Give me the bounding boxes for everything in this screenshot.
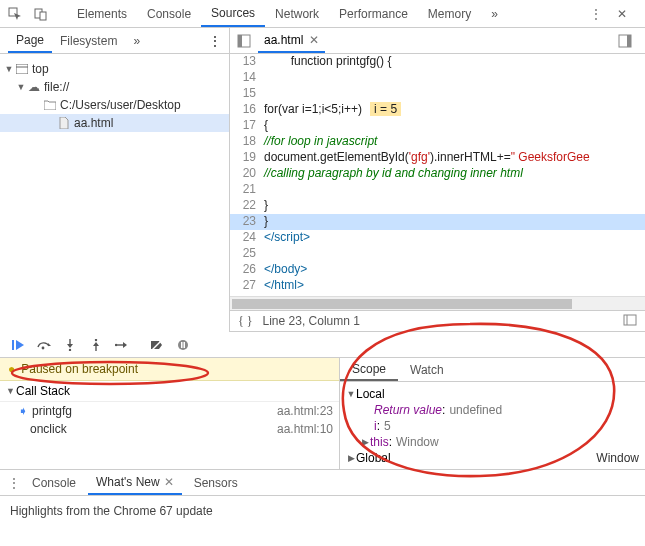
- code-line-17[interactable]: 17{: [230, 118, 645, 134]
- callstack-frame-0[interactable]: ➧printgfgaa.html:23: [0, 402, 339, 420]
- scope-this[interactable]: ▶this:Window: [346, 434, 639, 450]
- kebab-menu-icon[interactable]: ⋮: [8, 476, 20, 490]
- gutter[interactable]: 13: [230, 54, 264, 70]
- line-content: for(var i=1;i<5;i++)i = 5: [264, 102, 645, 118]
- deactivate-breakpoints-icon[interactable]: [147, 336, 167, 354]
- code-editor[interactable]: 13 function printgfg() {141516for(var i=…: [230, 54, 645, 332]
- svg-rect-4: [238, 35, 242, 47]
- tab-watch[interactable]: Watch: [398, 358, 456, 381]
- code-line-23[interactable]: 23}: [230, 214, 645, 230]
- device-toggle-icon[interactable]: [32, 5, 50, 23]
- line-content: document.getElementById('gfg').innerHTML…: [264, 150, 645, 166]
- inline-value-chip: i = 5: [370, 102, 401, 116]
- editor-status-bar: { } Line 23, Column 1: [230, 310, 645, 332]
- step-icon[interactable]: [112, 336, 132, 354]
- code-line-14[interactable]: 14: [230, 70, 645, 86]
- coverage-icon[interactable]: [623, 314, 637, 329]
- kebab-menu-icon[interactable]: ⋮: [209, 34, 221, 48]
- gutter[interactable]: 25: [230, 246, 264, 262]
- gutter[interactable]: 20: [230, 166, 264, 182]
- close-icon[interactable]: ✕: [309, 33, 319, 47]
- scope-return: Return value:undefined: [346, 402, 639, 418]
- scope-global[interactable]: ▶GlobalWindow: [346, 450, 639, 466]
- code-line-15[interactable]: 15: [230, 86, 645, 102]
- kebab-menu-icon[interactable]: ⋮: [587, 5, 605, 23]
- callstack-frame-1[interactable]: onclickaa.html:10: [0, 420, 339, 438]
- tab-overflow[interactable]: »: [481, 0, 508, 27]
- tab-scope[interactable]: Scope: [340, 358, 398, 381]
- tree-folder[interactable]: C:/Users/user/Desktop: [0, 96, 229, 114]
- nav-left-icon[interactable]: [236, 33, 252, 49]
- current-frame-icon: ➧: [18, 404, 28, 418]
- file-tab-aa-html[interactable]: aa.html ✕: [258, 28, 325, 53]
- tree-origin[interactable]: ▼☁file://: [0, 78, 229, 96]
- code-line-25[interactable]: 25: [230, 246, 645, 262]
- tab-performance[interactable]: Performance: [329, 0, 418, 27]
- code-line-13[interactable]: 13 function printgfg() {: [230, 54, 645, 70]
- drawer-tab-console[interactable]: Console: [24, 470, 84, 495]
- gutter[interactable]: 24: [230, 230, 264, 246]
- paused-banner: ● Paused on breakpoint: [0, 358, 339, 381]
- svg-rect-22: [184, 342, 186, 348]
- line-content: }: [264, 214, 645, 230]
- gutter[interactable]: 21: [230, 182, 264, 198]
- cloud-icon: ☁: [26, 80, 42, 94]
- tab-memory[interactable]: Memory: [418, 0, 481, 27]
- gutter[interactable]: 27: [230, 278, 264, 294]
- callstack-header[interactable]: ▼Call Stack: [0, 381, 339, 402]
- gutter[interactable]: 16: [230, 102, 264, 118]
- drawer-tab-sensors[interactable]: Sensors: [186, 470, 246, 495]
- inspect-icon[interactable]: [6, 5, 24, 23]
- gutter[interactable]: 17: [230, 118, 264, 134]
- subtab-overflow[interactable]: »: [125, 28, 148, 53]
- nav-right-icon[interactable]: [617, 33, 633, 49]
- close-icon[interactable]: ✕: [164, 475, 174, 489]
- code-line-19[interactable]: 19document.getElementById('gfg').innerHT…: [230, 150, 645, 166]
- svg-point-12: [42, 346, 45, 349]
- line-content: //for loop in javascript: [264, 134, 645, 150]
- tree-file-aa-html[interactable]: aa.html: [0, 114, 229, 132]
- svg-rect-9: [624, 315, 636, 325]
- debugger-controls: [0, 332, 645, 358]
- code-line-22[interactable]: 22}: [230, 198, 645, 214]
- pretty-print-icon[interactable]: { }: [238, 314, 253, 329]
- code-line-20[interactable]: 20//calling paragraph by id and changing…: [230, 166, 645, 182]
- tab-network[interactable]: Network: [265, 0, 329, 27]
- pause-exceptions-icon[interactable]: [173, 336, 193, 354]
- svg-point-18: [115, 343, 117, 345]
- svg-rect-2: [40, 12, 46, 20]
- scope-local[interactable]: ▼Local: [346, 386, 639, 402]
- resume-icon[interactable]: [8, 336, 28, 354]
- devtools-main-toolbar: Elements Console Sources Network Perform…: [0, 0, 645, 28]
- subtab-page[interactable]: Page: [8, 28, 52, 53]
- step-out-icon[interactable]: [86, 336, 106, 354]
- code-line-26[interactable]: 26</body>: [230, 262, 645, 278]
- scope-var-i: i:5: [346, 418, 639, 434]
- gutter[interactable]: 15: [230, 86, 264, 102]
- close-devtools-icon[interactable]: ✕: [613, 5, 631, 23]
- line-content: [264, 86, 645, 102]
- gutter[interactable]: 22: [230, 198, 264, 214]
- code-line-18[interactable]: 18//for loop in javascript: [230, 134, 645, 150]
- editor-scrollbar-h[interactable]: [230, 296, 645, 310]
- gutter[interactable]: 26: [230, 262, 264, 278]
- gutter[interactable]: 14: [230, 70, 264, 86]
- gutter[interactable]: 19: [230, 150, 264, 166]
- gutter[interactable]: 18: [230, 134, 264, 150]
- line-content: </script>: [264, 230, 645, 246]
- tab-console[interactable]: Console: [137, 0, 201, 27]
- step-over-icon[interactable]: [34, 336, 54, 354]
- code-line-24[interactable]: 24</script>: [230, 230, 645, 246]
- code-line-21[interactable]: 21: [230, 182, 645, 198]
- step-into-icon[interactable]: [60, 336, 80, 354]
- tab-elements[interactable]: Elements: [67, 0, 137, 27]
- gutter[interactable]: 23: [230, 214, 264, 230]
- drawer-tab-whats-new[interactable]: What's New✕: [88, 470, 182, 495]
- subtab-filesystem[interactable]: Filesystem: [52, 28, 125, 53]
- tab-sources[interactable]: Sources: [201, 0, 265, 27]
- svg-rect-21: [181, 342, 183, 348]
- code-line-16[interactable]: 16for(var i=1;i<5;i++)i = 5: [230, 102, 645, 118]
- tree-top[interactable]: ▼top: [0, 60, 229, 78]
- code-line-27[interactable]: 27</html>: [230, 278, 645, 294]
- line-content: [264, 246, 645, 262]
